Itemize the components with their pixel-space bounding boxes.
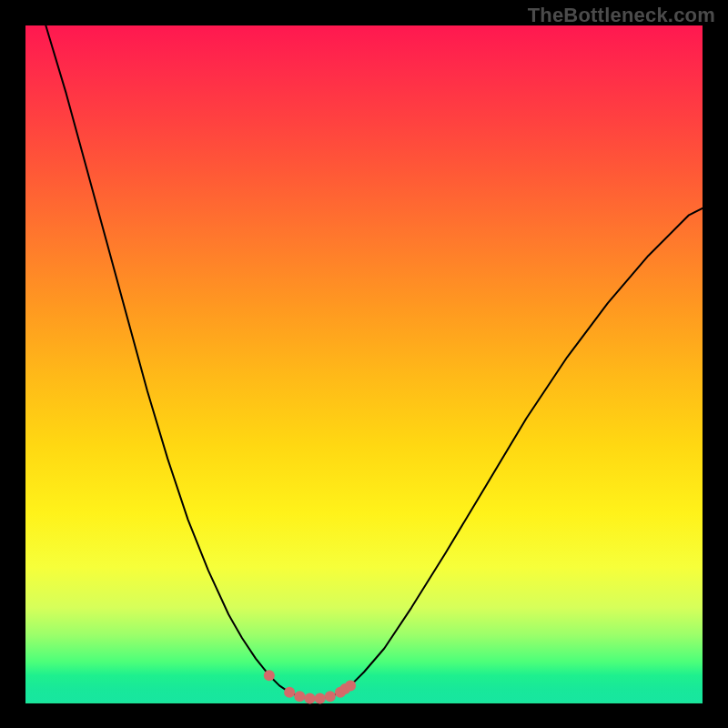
marker-dot: [345, 680, 356, 691]
marker-dot: [294, 691, 305, 702]
watermark-text: TheBottleneck.com: [528, 4, 715, 27]
curve-layer: [25, 25, 703, 703]
trough-markers: [264, 670, 356, 703]
chart-frame: TheBottleneck.com: [0, 0, 728, 728]
right-curve: [340, 208, 703, 693]
plot-area: [25, 25, 703, 703]
marker-dot: [304, 693, 315, 704]
marker-dot: [315, 693, 326, 704]
left-curve: [46, 25, 289, 693]
marker-dot: [264, 670, 275, 681]
marker-dot: [284, 687, 295, 698]
marker-dot: [325, 691, 336, 702]
